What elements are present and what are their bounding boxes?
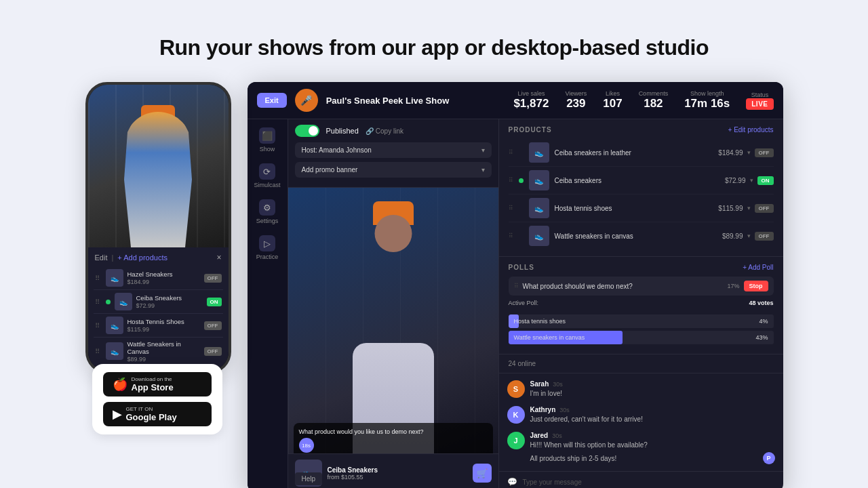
products-section: PRODUCTS + Edit products ⠿ 👟 Ceiba sneak…	[499, 119, 783, 257]
chevron-down-icon: ▾	[481, 166, 485, 174]
phone-product-row: ⠿ 👟 Hosta Tennis Shoes $115.99 OFF	[94, 314, 223, 338]
product-card-info: Ceiba Sneakers from $105.55	[328, 466, 467, 481]
prod-thumb: 👟	[529, 142, 549, 163]
poll-pct: 17%	[727, 283, 739, 289]
poll-option-row: Hosta tennis shoes 4%	[509, 314, 774, 328]
studio-right: PRODUCTS + Edit products ⠿ 👟 Ceiba sneak…	[498, 119, 783, 488]
stat-value: 17m 16s	[684, 97, 730, 110]
phone-prod-thumb: 👟	[106, 317, 123, 334]
phone-edit-btn[interactable]: Edit	[95, 253, 108, 262]
promo-dropdown[interactable]: Add promo banner ▾	[295, 162, 492, 178]
chat-message: K Kathryn 30s Just ordered, can't wait f…	[507, 406, 775, 424]
host-dropdown[interactable]: Host: Amanda Johnson ▾	[295, 142, 492, 158]
poll-option-label: Wattle sneakers in canvas	[514, 334, 585, 341]
phone-close-btn[interactable]: ×	[216, 253, 221, 262]
prod-toggle[interactable]: OFF	[755, 204, 774, 213]
nav-simulcast[interactable]: ⟳ Simulcast	[254, 163, 280, 188]
chat-text: I'm in love!	[530, 389, 775, 398]
prod-price: $72.99	[725, 177, 746, 184]
appstore-small-text: Download on the	[132, 376, 174, 382]
appstore-large-text: App Store	[132, 382, 174, 392]
appstore-badge[interactable]: 🍎 Download on the App Store	[103, 372, 212, 396]
exit-button[interactable]: Exit	[257, 93, 287, 108]
help-button[interactable]: Help	[295, 472, 323, 485]
googleplay-large-text: Google Play	[126, 412, 177, 422]
chevron-down-icon: ▾	[747, 205, 751, 211]
published-toggle[interactable]	[295, 125, 319, 137]
chat-avatar: J	[507, 432, 525, 449]
stat-value: 239	[565, 97, 587, 110]
prod-toggle[interactable]: OFF	[755, 148, 774, 157]
chat-input-row: 💬 Type your message	[499, 471, 783, 488]
drag-icon: ⠿	[509, 149, 513, 156]
prod-thumb: 👟	[529, 170, 549, 190]
link-icon: 🔗	[366, 127, 374, 135]
nav-settings[interactable]: ⚙ Settings	[256, 199, 279, 224]
stat-value: $1,872	[513, 97, 549, 110]
drag-icon: ⠿	[95, 298, 102, 306]
practice-icon: ▷	[259, 235, 275, 251]
phone-prod-name: Wattle Sneakers in Canvas	[127, 340, 200, 356]
googleplay-icon: ▶	[113, 407, 122, 422]
prod-thumb: 👟	[529, 198, 549, 218]
active-dot	[519, 178, 524, 183]
phone-product-row: ⠿ 👟 Hazel Sneakers $184.99 OFF	[94, 266, 223, 290]
products-title: PRODUCTS	[509, 126, 552, 134]
phone-prod-price: $115.99	[127, 326, 200, 333]
active-poll-label: Active Poll:	[509, 300, 539, 306]
googleplay-badge[interactable]: ▶ GET IT ON Google Play	[103, 402, 212, 426]
nav-simulcast-label: Simulcast	[254, 182, 280, 188]
prod-name: Wattle sneakers in canvas	[555, 232, 717, 240]
page-headline: Run your shows from our app or desktop-b…	[159, 35, 709, 60]
edit-products-btn[interactable]: + Edit products	[728, 126, 774, 134]
nav-settings-label: Settings	[256, 218, 279, 224]
phone-person	[124, 112, 192, 247]
nav-show[interactable]: ⬛ Show	[259, 127, 275, 152]
chat-message: S Sarah 30s I'm in love!	[507, 380, 775, 398]
drag-icon: ⠿	[509, 177, 513, 184]
prod-price: $115.99	[718, 205, 743, 212]
chevron-down-icon: ▾	[747, 149, 751, 156]
phone-toggle-off[interactable]: OFF	[204, 274, 222, 283]
stat-label: Live sales	[513, 90, 549, 97]
chevron-down-icon: ▾	[747, 232, 751, 239]
video-head	[374, 215, 412, 252]
drag-icon: ⠿	[509, 205, 513, 211]
stat-live-sales: Live sales $1,872	[513, 90, 549, 110]
product-list-item: ⠿ 👟 Ceiba sneakers in leather $184.99 ▾ …	[509, 139, 774, 167]
nav-practice[interactable]: ▷ Practice	[256, 235, 279, 260]
published-row: Published 🔗 Copy link	[295, 125, 492, 137]
phone-toggle-on[interactable]: ON	[207, 298, 222, 306]
host-label: Host: Amanda Johnson	[302, 146, 372, 154]
chevron-down-icon: ▾	[750, 177, 753, 184]
phone-product-row: ⠿ 👟 Ceiba Sneakers $72.99 ON	[94, 290, 223, 314]
chevron-down-icon: ▾	[481, 146, 485, 154]
nav-practice-label: Practice	[256, 253, 279, 260]
from-label: from	[328, 474, 340, 481]
chat-username: Kathryn	[530, 406, 556, 413]
show-name: Paul's Sneak Peek Live Show	[326, 96, 506, 106]
prod-toggle[interactable]: ON	[757, 176, 774, 185]
copy-link-btn[interactable]: 🔗 Copy link	[366, 127, 403, 135]
nav-show-label: Show	[260, 146, 275, 152]
prod-toggle[interactable]: OFF	[755, 232, 774, 241]
phone-prod-price: $184.99	[127, 279, 200, 285]
active-poll-votes: 48 votes	[749, 300, 773, 306]
phone-add-products-btn[interactable]: + Add products	[117, 253, 167, 262]
studio-body: ⬛ Show ⟳ Simulcast ⚙ Settings ▷ Practice	[248, 119, 783, 488]
chat-input[interactable]: Type your message	[523, 479, 775, 486]
studio-header: Exit 🎤 Paul's Sneak Peek Live Show Live …	[248, 82, 783, 119]
poll-avatar: 18s	[299, 438, 314, 453]
chat-time: 30s	[553, 381, 563, 388]
phone-separator: |	[111, 253, 113, 262]
poll-option-pct: 4%	[759, 318, 768, 325]
phone-toggle-off[interactable]: OFF	[204, 347, 222, 356]
poll-row: ⠿ What product should we demo next? 17% …	[509, 277, 774, 296]
phone-prod-price: $72.99	[136, 302, 203, 309]
phone-toggle-off[interactable]: OFF	[204, 321, 222, 330]
add-poll-btn[interactable]: + Add Poll	[743, 264, 773, 271]
stop-poll-button[interactable]: Stop	[744, 281, 768, 291]
prod-name: Ceiba sneakers	[555, 177, 719, 184]
phone-prod-price: $89.99	[127, 356, 200, 363]
add-to-cart-button[interactable]: 🛒	[473, 464, 492, 483]
